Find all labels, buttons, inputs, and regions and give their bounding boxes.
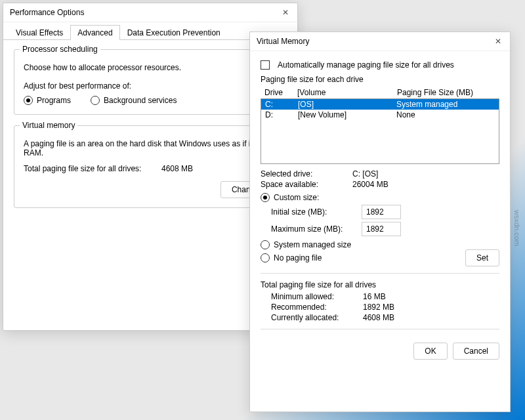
vm-group-title: Virtual memory [20,121,77,130]
drive-volume: [New Volume] [298,110,396,119]
radio-icon [24,96,33,105]
initial-size-label: Initial size (MB): [271,207,356,217]
drive-letter: C: [265,100,298,109]
drive-row[interactable]: D: [New Volume] None [261,110,499,120]
header-drive: Drive [264,88,297,97]
vm-titlebar: Virtual Memory ✕ [250,32,510,51]
drive-size: System managed [396,100,495,109]
cur-label: Currently allocated: [271,313,363,322]
initial-size-row: Initial size (MB): [271,205,499,219]
selected-drive-value: C: [OS] [352,169,499,178]
no-paging-set-row: No paging file Set [261,249,499,266]
rec-row: Recommended: 1892 MB [271,303,499,312]
drive-volume: [OS] [298,100,396,109]
scheduling-title: Processor scheduling [20,45,100,54]
scheduling-intro: Choose how to allocate processor resourc… [24,63,277,72]
custom-size-label: Custom size: [274,193,319,202]
max-size-row: Maximum size (MB): [271,222,499,236]
space-row: Space available: 26004 MB [261,180,499,189]
perf-titlebar: Performance Options ✕ [3,3,297,22]
drive-list-header: Drive [Volume Paging File Size (MB) [261,87,499,98]
rec-label: Recommended: [271,303,363,312]
vm-total-label: Total paging file size for all drives: [24,164,161,173]
radio-icon [261,240,270,249]
drive-row[interactable]: C: [OS] System managed [261,99,499,110]
cancel-button[interactable]: Cancel [453,343,499,360]
watermark: wsxdn.com [513,210,521,246]
min-label: Minimum allowed: [271,292,363,301]
space-value: 26004 MB [352,180,499,189]
set-button[interactable]: Set [465,249,499,266]
perf-title: Performance Options [10,8,84,17]
adjust-label: Adjust for best performance of: [24,81,277,91]
radio-background[interactable]: Background services [91,96,177,105]
drive-list[interactable]: C: [OS] System managed D: [New Volume] N… [261,98,499,164]
auto-manage-checkbox[interactable]: Automatically manage paging file size fo… [261,60,499,70]
processor-scheduling-group: Processor scheduling Choose how to alloc… [14,49,287,115]
vm-title: Virtual Memory [257,37,309,46]
radio-icon [91,96,100,105]
tab-dep[interactable]: Data Execution Prevention [120,25,228,40]
drive-letter: D: [265,110,298,119]
radio-icon [261,193,270,202]
close-icon[interactable]: ✕ [493,36,503,47]
tab-visual-effects[interactable]: Visual Effects [9,25,70,40]
separator [261,329,499,329]
dialog-buttons: OK Cancel [261,336,499,360]
header-volume: [Volume [297,88,397,97]
rec-value: 1892 MB [363,303,499,312]
max-size-label: Maximum size (MB): [271,224,356,234]
radio-background-label: Background services [104,96,177,105]
radio-no-paging[interactable]: No paging file [261,253,465,262]
virtual-memory-window: Virtual Memory ✕ Automatically manage pa… [249,32,511,412]
selected-drive-label: Selected drive: [261,169,352,178]
header-size: Paging File Size (MB) [397,88,495,97]
drive-list-label: Paging file size for each drive [261,75,499,84]
radio-icon [261,253,270,262]
virtual-memory-group: Virtual memory A paging file is an area … [14,125,287,208]
close-icon[interactable]: ✕ [280,7,291,18]
ok-button[interactable]: OK [413,343,447,360]
cur-value: 4608 MB [363,313,499,322]
min-row: Minimum allowed: 16 MB [271,292,499,301]
auto-manage-label: Automatically manage paging file size fo… [278,60,454,70]
separator [261,273,499,274]
scheduling-radios: Programs Background services [24,96,277,105]
vm-desc: A paging file is an area on the hard dis… [24,139,277,158]
no-paging-label: No paging file [274,253,322,262]
totals-label: Total paging file size for all drives [261,280,499,289]
space-label: Space available: [261,180,352,189]
radio-custom-size[interactable]: Custom size: [261,193,499,202]
vm-total-value: 4608 MB [161,164,193,173]
min-value: 16 MB [363,292,499,301]
selected-drive-row: Selected drive: C: [OS] [261,169,499,178]
vm-body: Automatically manage paging file size fo… [250,51,510,369]
system-managed-label: System managed size [274,240,351,249]
radio-programs-label: Programs [37,96,71,105]
cur-row: Currently allocated: 4608 MB [271,313,499,322]
radio-programs[interactable]: Programs [24,96,71,105]
max-size-input[interactable] [362,222,401,236]
initial-size-input[interactable] [362,205,401,219]
checkbox-icon [261,60,270,70]
tab-advanced[interactable]: Advanced [70,25,119,40]
drive-size: None [396,110,495,119]
radio-system-managed[interactable]: System managed size [261,240,499,249]
vm-total-row: Total paging file size for all drives: 4… [24,164,277,173]
